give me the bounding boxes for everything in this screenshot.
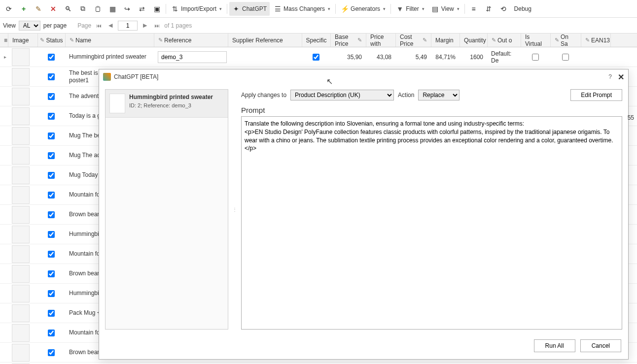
status-checkbox[interactable] [48, 54, 55, 61]
cell-status[interactable] [37, 225, 65, 244]
status-checkbox[interactable] [48, 231, 55, 238]
status-checkbox[interactable] [48, 211, 55, 218]
status-checkbox[interactable] [48, 172, 55, 179]
col-supplier-ref[interactable]: Supplier Reference [228, 33, 302, 47]
cell-status[interactable] [37, 67, 65, 86]
copy-button[interactable]: ⧉ [76, 2, 90, 16]
cell-virt[interactable] [521, 47, 550, 66]
last-page-button[interactable]: ⏭ [152, 21, 161, 30]
cell-status[interactable] [37, 185, 65, 204]
apply-changes-select[interactable]: Product Description (UK) [290, 90, 394, 100]
expand-handle[interactable] [0, 244, 8, 264]
status-checkbox[interactable] [48, 93, 55, 100]
tool-c-button[interactable]: ▣ [150, 2, 164, 16]
cell-status[interactable] [37, 264, 65, 283]
expand-handle[interactable] [0, 126, 8, 145]
specific-checkbox[interactable] [313, 54, 319, 61]
cell-status[interactable] [37, 47, 65, 66]
expand-handle[interactable] [0, 146, 8, 165]
modal-titlebar[interactable]: ChatGPT [BETA] ? ✕ [99, 69, 628, 84]
cell-status[interactable] [37, 244, 65, 264]
cancel-button[interactable]: Cancel [580, 339, 621, 352]
expand-handle[interactable] [0, 67, 8, 86]
status-checkbox[interactable] [48, 113, 55, 120]
expand-handle[interactable] [0, 165, 8, 185]
status-checkbox[interactable] [48, 310, 55, 317]
status-checkbox[interactable] [48, 270, 55, 277]
col-margin[interactable]: Margin [431, 33, 460, 47]
status-checkbox[interactable] [48, 132, 55, 139]
add-button[interactable]: + [17, 2, 31, 16]
edit-button[interactable]: ✎ [32, 2, 45, 16]
expand-handle[interactable] [0, 303, 8, 323]
status-checkbox[interactable] [48, 73, 55, 80]
col-ean13[interactable]: ✎EAN13 [581, 33, 611, 47]
expand-handle[interactable]: ▸ [0, 47, 8, 66]
expand-handle[interactable] [0, 106, 8, 126]
cell-status[interactable] [37, 106, 65, 126]
col-quantity[interactable]: Quantity [460, 33, 488, 47]
col-name[interactable]: ✎Name [66, 33, 154, 47]
tool-d-button[interactable]: ≡ [467, 2, 481, 16]
status-checkbox[interactable] [48, 251, 55, 258]
page-input[interactable] [118, 21, 138, 31]
tool-b-button[interactable]: ⇄ [135, 2, 149, 16]
col-status[interactable]: ✎Status [38, 33, 66, 47]
edit-prompt-button[interactable]: Edit Prompt [570, 89, 622, 101]
col-expand[interactable]: ≡ [0, 33, 8, 47]
status-checkbox[interactable] [48, 152, 55, 159]
expand-handle[interactable] [0, 264, 8, 283]
status-checkbox[interactable] [48, 349, 55, 356]
prev-page-button[interactable]: ◀ [106, 21, 115, 30]
col-image[interactable]: Image [8, 33, 38, 47]
cell-status[interactable] [37, 126, 65, 145]
cell-onsa[interactable] [550, 47, 581, 66]
view-select[interactable]: ALL [19, 21, 40, 31]
expand-handle[interactable] [0, 87, 8, 106]
expand-handle[interactable] [0, 343, 8, 362]
expand-handle[interactable] [0, 185, 8, 204]
cell-reference[interactable] [154, 47, 228, 66]
run-all-button[interactable]: Run All [534, 339, 575, 352]
col-cost-price[interactable]: Cost Price✎ [396, 33, 431, 47]
action-select[interactable]: Replace [418, 90, 460, 100]
cell-status[interactable] [37, 87, 65, 106]
cell-status[interactable] [37, 323, 65, 342]
expand-handle[interactable] [0, 205, 8, 224]
next-page-button[interactable]: ▶ [141, 21, 149, 30]
col-base-price[interactable]: Base Price✎ [331, 33, 366, 47]
status-checkbox[interactable] [48, 290, 55, 297]
table-row[interactable]: ▸Hummingbird printed sweater35,9043,085,… [0, 47, 637, 67]
virtual-checkbox[interactable] [532, 54, 539, 61]
help-button[interactable]: ? [608, 73, 612, 80]
col-price-with[interactable]: Price with [366, 33, 396, 47]
col-out-o[interactable]: ✎Out o [488, 33, 521, 47]
filter-button[interactable]: ▼Filter▾ [393, 2, 427, 16]
expand-handle[interactable] [0, 323, 8, 342]
generators-button[interactable]: ⚡Generators▾ [338, 2, 389, 16]
paste-special-button[interactable]: ▦ [106, 2, 119, 16]
splitter-handle[interactable]: ⋮ [233, 89, 236, 330]
import-export-button[interactable]: ⇅Import/Export▾ [168, 2, 225, 16]
expand-handle[interactable] [0, 284, 8, 303]
prompt-textarea[interactable] [241, 116, 622, 330]
cell-status[interactable] [37, 146, 65, 165]
cell-status[interactable] [37, 303, 65, 323]
reference-input[interactable] [158, 51, 227, 63]
col-reference[interactable]: ✎Reference [154, 33, 228, 47]
cell-specific[interactable] [302, 47, 330, 66]
cell-status[interactable] [37, 205, 65, 224]
debug-button[interactable]: Debug [511, 2, 534, 16]
chatgpt-button[interactable]: ✦ChatGPT [229, 2, 270, 16]
onsale-checkbox[interactable] [562, 54, 569, 61]
product-item[interactable]: Hummingbird printed sweater ID: 2; Refer… [106, 90, 228, 118]
col-specific[interactable]: Specific [302, 33, 331, 47]
paste-button[interactable]: 📋︎ [91, 2, 105, 16]
refresh-button[interactable]: ⟳ [2, 2, 16, 16]
tool-a-button[interactable]: ↪ [120, 2, 134, 16]
cell-status[interactable] [37, 343, 65, 362]
cell-status[interactable] [37, 165, 65, 185]
view-button[interactable]: ▤View▾ [428, 2, 462, 16]
tool-f-button[interactable]: ⟲ [496, 2, 510, 16]
close-button[interactable]: ✕ [618, 72, 624, 82]
